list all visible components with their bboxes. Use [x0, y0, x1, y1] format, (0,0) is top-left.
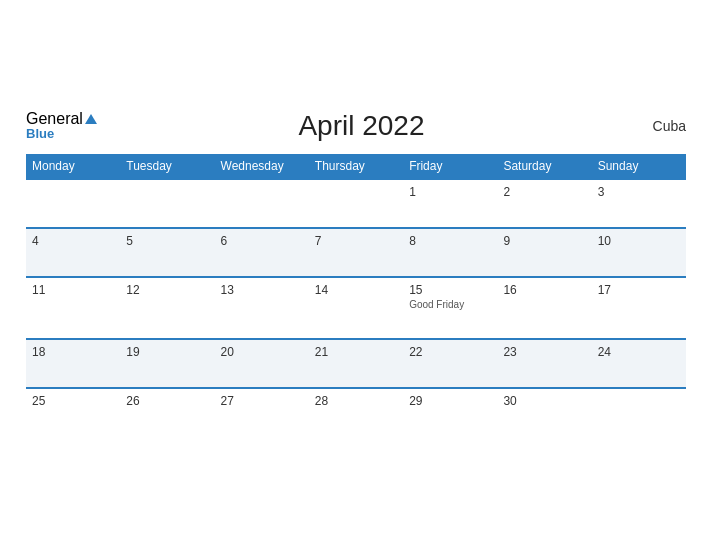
weekday-header-row: Monday Tuesday Wednesday Thursday Friday… — [26, 154, 686, 179]
table-row: 12 — [120, 277, 214, 339]
table-row: 8 — [403, 228, 497, 277]
table-row: 21 — [309, 339, 403, 388]
table-row: 9 — [497, 228, 591, 277]
day-number: 10 — [598, 234, 680, 248]
table-row: 17 — [592, 277, 686, 339]
day-number: 15 — [409, 283, 491, 297]
table-row — [309, 179, 403, 228]
day-number: 30 — [503, 394, 585, 408]
table-row: 23 — [497, 339, 591, 388]
table-row: 28 — [309, 388, 403, 436]
day-number: 28 — [315, 394, 397, 408]
table-row: 11 — [26, 277, 120, 339]
table-row: 15Good Friday — [403, 277, 497, 339]
day-event: Good Friday — [409, 299, 491, 310]
table-row: 1 — [403, 179, 497, 228]
logo-triangle-icon — [85, 114, 97, 124]
day-number: 3 — [598, 185, 680, 199]
day-number: 23 — [503, 345, 585, 359]
table-row — [592, 388, 686, 436]
calendar-week-row: 123 — [26, 179, 686, 228]
day-number: 24 — [598, 345, 680, 359]
table-row: 19 — [120, 339, 214, 388]
day-number: 6 — [221, 234, 303, 248]
table-row — [120, 179, 214, 228]
day-number: 20 — [221, 345, 303, 359]
day-number: 21 — [315, 345, 397, 359]
day-number: 13 — [221, 283, 303, 297]
table-row: 2 — [497, 179, 591, 228]
weekday-sunday: Sunday — [592, 154, 686, 179]
table-row: 5 — [120, 228, 214, 277]
table-row — [26, 179, 120, 228]
table-row: 27 — [215, 388, 309, 436]
logo-general: General — [26, 110, 97, 128]
table-row: 20 — [215, 339, 309, 388]
weekday-wednesday: Wednesday — [215, 154, 309, 179]
weekday-saturday: Saturday — [497, 154, 591, 179]
calendar-title: April 2022 — [97, 110, 626, 142]
day-number: 29 — [409, 394, 491, 408]
table-row: 25 — [26, 388, 120, 436]
calendar-country: Cuba — [626, 118, 686, 134]
day-number: 27 — [221, 394, 303, 408]
calendar-grid: Monday Tuesday Wednesday Thursday Friday… — [26, 154, 686, 436]
table-row: 22 — [403, 339, 497, 388]
table-row: 24 — [592, 339, 686, 388]
calendar-header: General Blue April 2022 Cuba — [26, 110, 686, 142]
day-number: 16 — [503, 283, 585, 297]
table-row: 26 — [120, 388, 214, 436]
table-row: 29 — [403, 388, 497, 436]
calendar-week-row: 45678910 — [26, 228, 686, 277]
day-number: 4 — [32, 234, 114, 248]
day-number: 7 — [315, 234, 397, 248]
calendar-week-row: 252627282930 — [26, 388, 686, 436]
table-row: 7 — [309, 228, 403, 277]
table-row: 4 — [26, 228, 120, 277]
table-row: 18 — [26, 339, 120, 388]
day-number: 22 — [409, 345, 491, 359]
table-row: 16 — [497, 277, 591, 339]
day-number: 12 — [126, 283, 208, 297]
day-number: 25 — [32, 394, 114, 408]
day-number: 14 — [315, 283, 397, 297]
calendar-week-row: 18192021222324 — [26, 339, 686, 388]
day-number: 8 — [409, 234, 491, 248]
day-number: 17 — [598, 283, 680, 297]
day-number: 19 — [126, 345, 208, 359]
table-row: 10 — [592, 228, 686, 277]
day-number: 1 — [409, 185, 491, 199]
weekday-monday: Monday — [26, 154, 120, 179]
weekday-friday: Friday — [403, 154, 497, 179]
logo: General Blue — [26, 110, 97, 142]
table-row — [215, 179, 309, 228]
table-row: 30 — [497, 388, 591, 436]
weekday-tuesday: Tuesday — [120, 154, 214, 179]
table-row: 14 — [309, 277, 403, 339]
calendar-container: General Blue April 2022 Cuba Monday Tues… — [11, 100, 701, 451]
day-number: 2 — [503, 185, 585, 199]
day-number: 5 — [126, 234, 208, 248]
day-number: 9 — [503, 234, 585, 248]
table-row: 13 — [215, 277, 309, 339]
table-row: 6 — [215, 228, 309, 277]
day-number: 26 — [126, 394, 208, 408]
table-row: 3 — [592, 179, 686, 228]
logo-blue-text: Blue — [26, 127, 97, 141]
weekday-thursday: Thursday — [309, 154, 403, 179]
logo-general-text: General — [26, 110, 83, 127]
calendar-week-row: 1112131415Good Friday1617 — [26, 277, 686, 339]
day-number: 18 — [32, 345, 114, 359]
day-number: 11 — [32, 283, 114, 297]
